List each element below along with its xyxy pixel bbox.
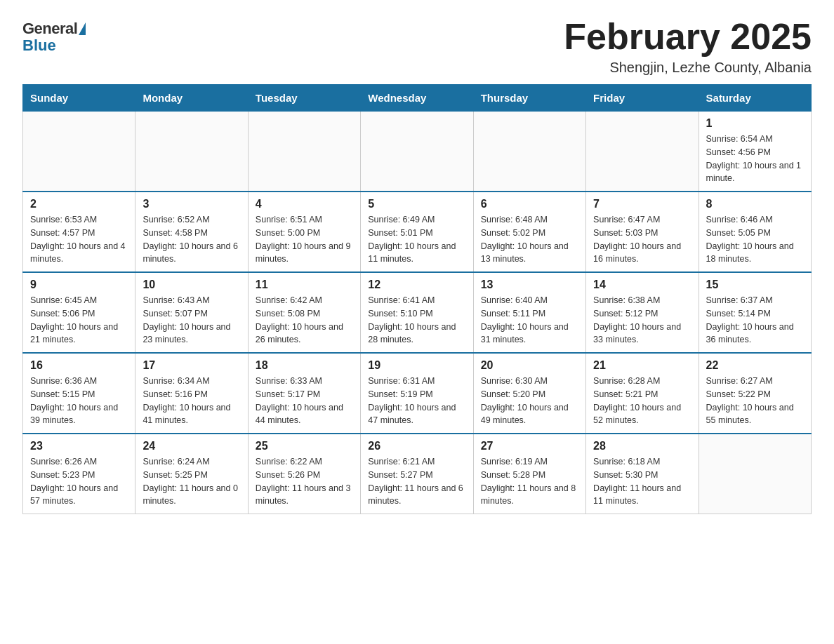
day-info: Sunrise: 6:33 AMSunset: 5:17 PMDaylight:… xyxy=(256,375,353,427)
day-info: Sunrise: 6:48 AMSunset: 5:02 PMDaylight:… xyxy=(481,213,578,266)
day-info: Sunrise: 6:28 AMSunset: 5:21 PMDaylight:… xyxy=(593,375,691,427)
day-info: Sunrise: 6:18 AMSunset: 5:30 PMDaylight:… xyxy=(593,455,691,508)
month-title: February 2025 xyxy=(564,17,812,57)
day-info: Sunrise: 6:26 AMSunset: 5:23 PMDaylight:… xyxy=(30,455,128,508)
day-cell xyxy=(699,434,811,514)
day-number: 14 xyxy=(593,279,691,291)
day-cell: 3Sunrise: 6:52 AMSunset: 4:58 PMDaylight… xyxy=(135,192,248,272)
day-cell: 11Sunrise: 6:42 AMSunset: 5:08 PMDayligh… xyxy=(248,272,360,353)
day-info: Sunrise: 6:51 AMSunset: 5:00 PMDaylight:… xyxy=(256,213,353,266)
calendar-table: SundayMondayTuesdayWednesdayThursdayFrid… xyxy=(22,84,812,514)
day-number: 24 xyxy=(143,440,240,452)
day-number: 4 xyxy=(256,198,353,210)
day-number: 20 xyxy=(481,359,578,372)
day-number: 7 xyxy=(593,198,691,210)
day-cell xyxy=(473,112,585,192)
day-cell: 5Sunrise: 6:49 AMSunset: 5:01 PMDaylight… xyxy=(361,192,473,272)
day-number: 1 xyxy=(706,117,804,130)
week-row-2: 9Sunrise: 6:45 AMSunset: 5:06 PMDaylight… xyxy=(23,272,812,353)
day-number: 23 xyxy=(30,440,128,452)
day-cell: 25Sunrise: 6:22 AMSunset: 5:26 PMDayligh… xyxy=(248,434,360,514)
day-cell: 21Sunrise: 6:28 AMSunset: 5:21 PMDayligh… xyxy=(586,353,699,434)
day-info: Sunrise: 6:36 AMSunset: 5:15 PMDaylight:… xyxy=(30,375,128,427)
day-cell: 12Sunrise: 6:41 AMSunset: 5:10 PMDayligh… xyxy=(361,272,473,353)
day-number: 5 xyxy=(368,198,465,210)
day-info: Sunrise: 6:41 AMSunset: 5:10 PMDaylight:… xyxy=(368,294,465,347)
day-cell xyxy=(248,112,360,192)
day-number: 12 xyxy=(368,279,465,291)
day-cell xyxy=(586,112,699,192)
day-cell: 13Sunrise: 6:40 AMSunset: 5:11 PMDayligh… xyxy=(473,272,585,353)
week-row-0: 1Sunrise: 6:54 AMSunset: 4:56 PMDaylight… xyxy=(23,112,812,192)
day-cell: 1Sunrise: 6:54 AMSunset: 4:56 PMDaylight… xyxy=(699,112,811,192)
day-cell: 16Sunrise: 6:36 AMSunset: 5:15 PMDayligh… xyxy=(23,353,135,434)
week-row-4: 23Sunrise: 6:26 AMSunset: 5:23 PMDayligh… xyxy=(23,434,812,514)
day-cell xyxy=(361,112,473,192)
day-info: Sunrise: 6:19 AMSunset: 5:28 PMDaylight:… xyxy=(481,455,578,508)
day-cell: 8Sunrise: 6:46 AMSunset: 5:05 PMDaylight… xyxy=(699,192,811,272)
week-row-3: 16Sunrise: 6:36 AMSunset: 5:15 PMDayligh… xyxy=(23,353,812,434)
day-cell: 17Sunrise: 6:34 AMSunset: 5:16 PMDayligh… xyxy=(135,353,248,434)
day-number: 6 xyxy=(481,198,578,210)
logo-top: General xyxy=(22,20,86,38)
week-row-1: 2Sunrise: 6:53 AMSunset: 4:57 PMDaylight… xyxy=(23,192,812,272)
calendar-body: 1Sunrise: 6:54 AMSunset: 4:56 PMDaylight… xyxy=(23,112,812,514)
day-cell: 10Sunrise: 6:43 AMSunset: 5:07 PMDayligh… xyxy=(135,272,248,353)
day-number: 22 xyxy=(706,359,804,372)
day-info: Sunrise: 6:22 AMSunset: 5:26 PMDaylight:… xyxy=(256,455,353,508)
header-day-thursday: Thursday xyxy=(473,85,585,112)
day-info: Sunrise: 6:52 AMSunset: 4:58 PMDaylight:… xyxy=(143,213,240,266)
day-info: Sunrise: 6:21 AMSunset: 5:27 PMDaylight:… xyxy=(368,455,465,508)
day-number: 25 xyxy=(256,440,353,452)
day-number: 11 xyxy=(256,279,353,291)
day-number: 8 xyxy=(706,198,804,210)
day-number: 19 xyxy=(368,359,465,372)
day-number: 3 xyxy=(143,198,240,210)
logo-general-text: General xyxy=(22,20,77,38)
day-info: Sunrise: 6:53 AMSunset: 4:57 PMDaylight:… xyxy=(30,213,128,266)
header-day-monday: Monday xyxy=(135,85,248,112)
day-cell xyxy=(135,112,248,192)
day-cell: 14Sunrise: 6:38 AMSunset: 5:12 PMDayligh… xyxy=(586,272,699,353)
day-cell: 7Sunrise: 6:47 AMSunset: 5:03 PMDaylight… xyxy=(586,192,699,272)
day-info: Sunrise: 6:45 AMSunset: 5:06 PMDaylight:… xyxy=(30,294,128,347)
day-number: 16 xyxy=(30,359,128,372)
logo-blue-text: Blue xyxy=(22,36,56,55)
day-number: 2 xyxy=(30,198,128,210)
day-number: 10 xyxy=(143,279,240,291)
location: Shengjin, Lezhe County, Albania xyxy=(564,60,812,76)
day-number: 28 xyxy=(593,440,691,452)
day-info: Sunrise: 6:42 AMSunset: 5:08 PMDaylight:… xyxy=(256,294,353,347)
header-day-tuesday: Tuesday xyxy=(248,85,360,112)
day-info: Sunrise: 6:47 AMSunset: 5:03 PMDaylight:… xyxy=(593,213,691,266)
day-info: Sunrise: 6:46 AMSunset: 5:05 PMDaylight:… xyxy=(706,213,804,266)
day-number: 15 xyxy=(706,279,804,291)
day-cell: 15Sunrise: 6:37 AMSunset: 5:14 PMDayligh… xyxy=(699,272,811,353)
day-number: 13 xyxy=(481,279,578,291)
day-cell: 26Sunrise: 6:21 AMSunset: 5:27 PMDayligh… xyxy=(361,434,473,514)
day-number: 21 xyxy=(593,359,691,372)
header-day-saturday: Saturday xyxy=(699,85,811,112)
day-info: Sunrise: 6:30 AMSunset: 5:20 PMDaylight:… xyxy=(481,375,578,427)
header-day-wednesday: Wednesday xyxy=(361,85,473,112)
day-cell: 24Sunrise: 6:24 AMSunset: 5:25 PMDayligh… xyxy=(135,434,248,514)
header-row: SundayMondayTuesdayWednesdayThursdayFrid… xyxy=(23,85,812,112)
day-number: 18 xyxy=(256,359,353,372)
day-info: Sunrise: 6:38 AMSunset: 5:12 PMDaylight:… xyxy=(593,294,691,347)
day-number: 17 xyxy=(143,359,240,372)
day-cell: 6Sunrise: 6:48 AMSunset: 5:02 PMDaylight… xyxy=(473,192,585,272)
day-info: Sunrise: 6:54 AMSunset: 4:56 PMDaylight:… xyxy=(706,133,804,185)
day-cell: 23Sunrise: 6:26 AMSunset: 5:23 PMDayligh… xyxy=(23,434,135,514)
logo-arrow-icon xyxy=(79,22,86,35)
day-info: Sunrise: 6:27 AMSunset: 5:22 PMDaylight:… xyxy=(706,375,804,427)
day-number: 9 xyxy=(30,279,128,291)
day-info: Sunrise: 6:37 AMSunset: 5:14 PMDaylight:… xyxy=(706,294,804,347)
day-cell: 27Sunrise: 6:19 AMSunset: 5:28 PMDayligh… xyxy=(473,434,585,514)
header-day-friday: Friday xyxy=(586,85,699,112)
day-cell: 19Sunrise: 6:31 AMSunset: 5:19 PMDayligh… xyxy=(361,353,473,434)
day-info: Sunrise: 6:49 AMSunset: 5:01 PMDaylight:… xyxy=(368,213,465,266)
header-day-sunday: Sunday xyxy=(23,85,135,112)
day-info: Sunrise: 6:34 AMSunset: 5:16 PMDaylight:… xyxy=(143,375,240,427)
day-cell: 28Sunrise: 6:18 AMSunset: 5:30 PMDayligh… xyxy=(586,434,699,514)
day-cell xyxy=(23,112,135,192)
